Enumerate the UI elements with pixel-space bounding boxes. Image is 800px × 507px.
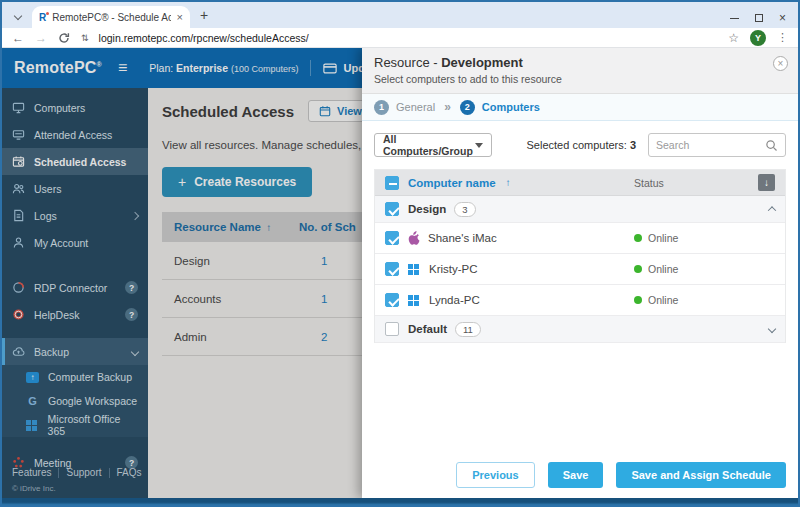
computer-checkbox[interactable]	[385, 262, 399, 276]
browser-tab-strip: R RemotePC® - Schedule Access × + ×	[2, 2, 798, 28]
panel-body: All Computers/Group Selected computers: …	[362, 121, 798, 462]
resource-panel: Resource - Development Select computers …	[362, 48, 798, 498]
back-icon[interactable]: ←	[12, 32, 24, 44]
computers-table: Computer name↑ Status ↓ Design3 Shane's …	[374, 169, 786, 343]
panel-subtitle: Select computers to add to this resource	[374, 73, 786, 85]
window-close-icon[interactable]: ×	[779, 14, 786, 22]
group-count-badge: 11	[455, 322, 481, 337]
download-icon[interactable]: ↓	[758, 174, 775, 191]
browser-avatar[interactable]: Y	[750, 30, 766, 46]
windows-icon	[408, 264, 421, 275]
maximize-icon[interactable]	[755, 14, 763, 22]
windows-icon	[408, 295, 421, 306]
close-icon[interactable]: ×	[773, 56, 788, 71]
minimize-icon[interactable]	[730, 18, 739, 19]
computer-row[interactable]: Shane's iMac Online	[375, 223, 785, 254]
address-bar: ← → ⇅ login.remotepc.com/rpcnew/schedule…	[2, 28, 798, 48]
save-assign-schedule-button[interactable]: Save and Assign Schedule	[616, 462, 786, 488]
group-count-badge: 3	[454, 202, 475, 217]
search-box	[648, 133, 786, 157]
select-all-checkbox[interactable]	[385, 176, 399, 190]
window-controls: ×	[730, 14, 798, 28]
online-status-dot	[634, 234, 642, 242]
group-row-design[interactable]: Design3	[375, 196, 785, 223]
search-input[interactable]	[656, 139, 761, 151]
tab-title: RemotePC® - Schedule Access	[52, 12, 170, 23]
chevron-down-icon[interactable]	[768, 325, 776, 333]
step-computers[interactable]: 2 Computers	[460, 100, 540, 115]
chevron-up-icon[interactable]	[768, 206, 776, 214]
online-status-dot	[634, 296, 642, 304]
site-info-icon[interactable]: ⇅	[81, 33, 88, 43]
panel-footer: Previous Save Save and Assign Schedule	[362, 462, 798, 498]
browser-tab[interactable]: R RemotePC® - Schedule Access ×	[32, 6, 190, 28]
computers-group-dropdown[interactable]: All Computers/Group	[374, 133, 492, 157]
url-text[interactable]: login.remotepc.com/rpcnew/scheduleAccess…	[99, 32, 309, 44]
computer-checkbox[interactable]	[385, 293, 399, 307]
bookmark-star-icon[interactable]: ☆	[728, 31, 739, 45]
steps-separator-icon: »	[444, 100, 451, 114]
app-window: RemotePC® ≡ Plan: Enterprise (100 Comput…	[2, 48, 798, 498]
panel-title: Resource - Development	[374, 55, 786, 70]
group-checkbox[interactable]	[385, 202, 399, 216]
step-general[interactable]: 1 General	[374, 100, 435, 115]
group-row-default[interactable]: Default11	[375, 316, 785, 343]
online-status-dot	[634, 265, 642, 273]
wizard-steps: 1 General » 2 Computers	[362, 94, 798, 121]
tab-search-icon[interactable]	[10, 8, 26, 24]
new-tab-icon[interactable]: +	[200, 7, 208, 23]
tab-close-icon[interactable]: ×	[177, 11, 183, 23]
reload-icon[interactable]	[58, 32, 70, 44]
forward-icon[interactable]: →	[35, 32, 47, 44]
computers-table-header: Computer name↑ Status ↓	[375, 170, 785, 196]
selected-computers-count: Selected computers: 3	[527, 139, 636, 151]
browser-menu-icon[interactable]: ⋮	[777, 31, 788, 44]
sort-asc-icon[interactable]: ↑	[506, 177, 511, 188]
apple-icon	[408, 231, 420, 245]
window-bottom-edge	[2, 498, 798, 505]
save-button[interactable]: Save	[548, 462, 604, 488]
previous-button[interactable]: Previous	[456, 462, 534, 488]
computer-row[interactable]: Lynda-PC Online	[375, 285, 785, 316]
remotepc-favicon: R	[39, 12, 46, 23]
computer-row[interactable]: Kristy-PC Online	[375, 254, 785, 285]
panel-header: Resource - Development Select computers …	[362, 48, 798, 94]
group-checkbox[interactable]	[385, 322, 399, 336]
caret-down-icon	[475, 143, 483, 148]
search-icon[interactable]	[765, 139, 778, 152]
computer-checkbox[interactable]	[385, 231, 399, 245]
